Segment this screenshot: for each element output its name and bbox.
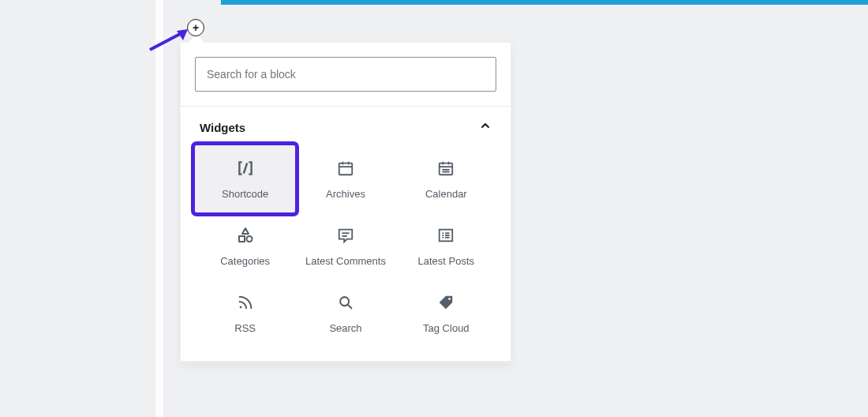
block-latest-comments[interactable]: Latest Comments bbox=[295, 212, 395, 280]
svg-point-15 bbox=[246, 236, 252, 242]
categories-icon bbox=[235, 225, 256, 246]
block-label: Tag Cloud bbox=[423, 322, 470, 334]
block-label: Latest Comments bbox=[305, 255, 386, 267]
block-categories[interactable]: Categories bbox=[195, 212, 295, 280]
blocks-grid: Shortcode Archives bbox=[181, 139, 511, 361]
svg-rect-7 bbox=[440, 163, 453, 175]
block-label: Search bbox=[329, 322, 361, 334]
svg-marker-13 bbox=[242, 228, 249, 234]
block-archives[interactable]: Archives bbox=[295, 145, 395, 212]
svg-point-28 bbox=[449, 298, 451, 300]
block-label: Shortcode bbox=[222, 188, 268, 200]
sidebar-stripe bbox=[155, 0, 163, 417]
block-label: Latest Posts bbox=[418, 255, 475, 267]
block-tag-cloud[interactable]: Tag Cloud bbox=[396, 280, 496, 347]
archives-icon bbox=[335, 158, 356, 178]
calendar-icon bbox=[436, 158, 456, 178]
svg-line-27 bbox=[348, 305, 352, 309]
block-rss[interactable]: RSS bbox=[195, 280, 295, 347]
plus-icon: + bbox=[193, 21, 199, 34]
block-label: Archives bbox=[326, 188, 365, 200]
svg-rect-3 bbox=[339, 163, 353, 175]
latest-comments-icon bbox=[335, 225, 356, 246]
tag-cloud-icon bbox=[436, 292, 456, 313]
svg-rect-14 bbox=[239, 236, 245, 242]
block-search[interactable]: Search bbox=[295, 280, 395, 347]
search-icon bbox=[335, 292, 356, 313]
divider-bottom bbox=[181, 361, 511, 362]
section-header-widgets[interactable]: Widgets bbox=[181, 107, 511, 139]
svg-line-2 bbox=[243, 163, 246, 174]
add-block-button[interactable]: + bbox=[187, 19, 204, 36]
block-inserter-popover: Widgets Shortcode bbox=[180, 42, 511, 363]
search-wrap bbox=[181, 43, 511, 106]
latest-posts-icon bbox=[436, 225, 456, 246]
block-calendar[interactable]: Calendar bbox=[396, 145, 496, 212]
search-input[interactable] bbox=[195, 57, 496, 92]
chevron-up-icon bbox=[479, 119, 492, 136]
svg-marker-1 bbox=[177, 29, 188, 40]
block-label: Calendar bbox=[425, 188, 467, 200]
block-label: Categories bbox=[220, 255, 270, 267]
shortcode-icon bbox=[235, 158, 256, 178]
block-label: RSS bbox=[234, 322, 256, 334]
svg-point-25 bbox=[239, 306, 241, 309]
rss-icon bbox=[235, 292, 256, 313]
section-title: Widgets bbox=[200, 121, 245, 134]
block-shortcode[interactable]: Shortcode bbox=[195, 145, 295, 212]
block-latest-posts[interactable]: Latest Posts bbox=[396, 212, 496, 280]
top-accent-bar bbox=[221, 0, 868, 5]
